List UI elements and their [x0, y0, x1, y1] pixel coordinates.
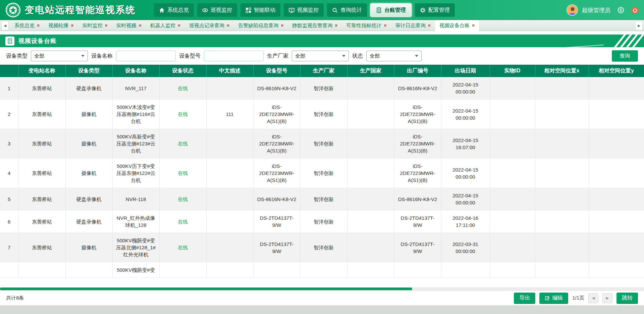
table-cell: 东善桥站: [18, 210, 65, 233]
app-title: 变电站远程智能巡视系统: [25, 4, 136, 16]
title-bar-decoration: [619, 35, 639, 47]
table-cell: [589, 159, 644, 188]
column-header: 变电站名称: [18, 65, 65, 77]
edit-button[interactable]: 编辑: [539, 293, 568, 304]
close-icon[interactable]: ×: [139, 23, 142, 28]
close-icon[interactable]: ×: [281, 23, 283, 28]
table-cell: iDS-2DE7223MWR-A(S1)(B): [253, 100, 300, 129]
table-cell: [535, 262, 589, 278]
table-cell: 东善桥站: [18, 188, 65, 210]
nav-video-monitor[interactable]: 视频监控: [284, 3, 324, 17]
close-icon[interactable]: ×: [71, 23, 73, 28]
table-cell: 智洋创新: [300, 100, 347, 129]
nav-query-statistics[interactable]: 查询统计: [327, 3, 367, 17]
table-cell: DS-2TD4137T-9/W: [394, 210, 441, 233]
table-cell: 智洋创新: [300, 77, 347, 100]
close-icon[interactable]: ×: [227, 23, 229, 28]
table-cell: [206, 77, 253, 100]
scrollbar-thumb[interactable]: [0, 288, 412, 290]
nav-config-management[interactable]: 配置管理: [415, 3, 455, 17]
table-cell: 在线: [159, 210, 206, 233]
tab-2[interactable]: 实时监控×: [78, 20, 112, 31]
table-row: 5东善桥站硬盘录像机NVR-118在线DS-8616N-K8-V2智洋创新DS-…: [0, 188, 644, 210]
table-cell: [535, 159, 589, 188]
jump-button[interactable]: 跳转: [616, 293, 638, 304]
table-cell: [490, 159, 535, 188]
tab-7[interactable]: 静默监视告警查询×: [288, 20, 342, 31]
tab-5[interactable]: 巡视点记录查询×: [185, 20, 234, 31]
close-icon[interactable]: ×: [178, 23, 180, 28]
device-name-input[interactable]: [116, 51, 176, 61]
tabs-scroll-right-button[interactable]: ▶: [635, 21, 643, 30]
table-row: 500KV槐荫变#变: [0, 262, 644, 278]
tab-4[interactable]: 机器人监控×: [146, 20, 185, 31]
table-cell: [300, 262, 347, 278]
power-icon[interactable]: [631, 6, 639, 14]
table-cell: [206, 210, 253, 233]
tab-10[interactable]: 视频设备台账×: [435, 20, 479, 31]
close-icon[interactable]: ×: [37, 23, 40, 28]
device-model-input[interactable]: [204, 51, 264, 61]
close-icon[interactable]: ×: [105, 23, 107, 28]
prev-page-button[interactable]: ◀: [588, 293, 598, 303]
nav-label: 配置管理: [428, 7, 450, 14]
tab-label: 系统总览: [14, 22, 35, 29]
column-header: 设备状态: [159, 65, 206, 77]
linkage-icon: [246, 7, 251, 13]
status-select[interactable]: 全部: [366, 51, 422, 61]
table-cell: NVR_红外热成像球机_128: [112, 210, 159, 233]
table-header-row: 变电站名称设备类型设备名称设备状态中文描述设备型号生产厂家生产国家出厂编号出场日…: [0, 65, 644, 77]
query-button[interactable]: 查询: [612, 50, 638, 62]
close-icon[interactable]: ×: [428, 23, 431, 28]
edit-button-label: 编辑: [552, 295, 563, 302]
device-type-select[interactable]: 全部: [31, 51, 88, 61]
export-button[interactable]: 导出: [514, 293, 535, 304]
tabs-scroll-left-button[interactable]: ◀: [1, 21, 9, 30]
device-table-body: 1东善桥站硬盘录像机NVR_117在线DS-8616N-K8-V2智洋创新DS-…: [0, 77, 644, 278]
table-cell: [347, 188, 394, 210]
manufacturer-select[interactable]: 全部: [292, 51, 349, 61]
horizontal-scrollbar[interactable]: [0, 287, 644, 291]
tab-1[interactable]: 视频轮播×: [44, 20, 78, 31]
nav-label: 查询统计: [340, 7, 362, 14]
gear-icon: [420, 7, 426, 13]
info-icon[interactable]: [617, 6, 625, 14]
table-cell: [347, 77, 394, 100]
tab-label: 视频设备台账: [439, 22, 470, 29]
table-cell: [589, 262, 644, 278]
table-cell: [589, 210, 644, 233]
tab-6[interactable]: 告警缺陷信息查询×: [234, 20, 288, 31]
table-cell: 东善桥站: [18, 100, 65, 129]
nav-label: 系统总览: [167, 7, 189, 14]
status-label: 状态: [352, 53, 363, 60]
table-cell: [535, 233, 589, 262]
table-cell: 500KV槐荫变#变: [112, 262, 159, 278]
video-icon: [289, 7, 294, 13]
footer-bar: 共计8条 导出 编辑 1/1页 ◀ ▶ 跳转: [0, 291, 644, 305]
table-cell: [206, 188, 253, 210]
table-cell: iDS-2DE7223MWR-A(S1)(B): [394, 100, 441, 129]
user-avatar[interactable]: [567, 4, 578, 16]
column-header: 中文描述: [206, 65, 253, 77]
close-icon[interactable]: ×: [472, 23, 475, 28]
tab-3[interactable]: 实时视频×: [112, 20, 146, 31]
table-cell: 硬盘录像机: [65, 188, 112, 210]
main-nav: 系统总览巡视监控智能联动视频监控查询统计台账管理配置管理: [154, 3, 455, 17]
tab-8[interactable]: 可靠性指标统计×: [342, 20, 391, 31]
next-page-button[interactable]: ▶: [602, 293, 612, 303]
close-icon[interactable]: ×: [335, 23, 337, 28]
column-header: 相对空间位置y: [589, 65, 644, 77]
nav-inspect-monitor[interactable]: 巡视监控: [197, 3, 237, 17]
close-icon[interactable]: ×: [384, 23, 387, 28]
table-cell: [589, 129, 644, 159]
nav-ledger-management[interactable]: 台账管理: [370, 3, 412, 17]
tab-bar: ◀ 系统总览×视频轮播×实时监控×实时视频×机器人监控×巡视点记录查询×告警缺陷…: [0, 20, 644, 31]
nav-system-overview[interactable]: 系统总览: [154, 3, 194, 17]
tab-0[interactable]: 系统总览×: [10, 20, 44, 31]
table-cell: DS-2TD4137T-9/W: [253, 210, 300, 233]
nav-smart-linkage[interactable]: 智能联动: [240, 3, 280, 17]
table-cell: 在线: [159, 159, 206, 188]
tab-9[interactable]: 审计日志查询×: [391, 20, 435, 31]
table-cell: 智洋创新: [300, 159, 347, 188]
tab-label: 巡视点记录查询: [189, 22, 224, 29]
